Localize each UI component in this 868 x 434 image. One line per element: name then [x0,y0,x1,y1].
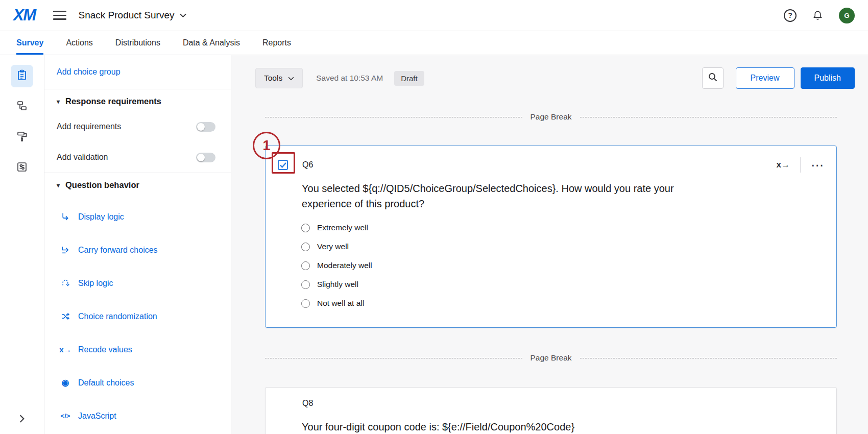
display-logic-icon [60,212,70,221]
choice-list: Extremely well Very well Moderately well [301,221,836,310]
clipboard-builder-icon [16,69,28,83]
choice-row: Slightly well [301,277,836,292]
sidebar-item-label: Carry forward choices [78,246,158,255]
choice-label[interactable]: Very well [317,242,349,251]
add-requirements-toggle[interactable] [196,122,215,132]
caret-down-icon: ▾ [57,99,60,105]
editor-body: Add choice group ▾ Response requirements… [0,55,868,434]
chevron-down-icon [180,11,186,20]
hamburger-menu-icon[interactable] [53,11,66,20]
saved-status-text: Saved at 10:53 AM [316,74,383,83]
radio-button[interactable] [301,299,310,308]
checkmark-icon [280,162,286,168]
choice-row: Very well [301,239,836,254]
paint-roller-icon [16,130,28,144]
section-question-behavior[interactable]: ▾ Question behavior [44,173,231,195]
survey-title-dropdown[interactable]: Snack Product Survey [79,10,187,21]
primary-nav-tabs: Survey Actions Distributions Data & Anal… [0,31,868,55]
radio-button[interactable] [301,243,310,251]
publish-button[interactable]: Publish [801,67,855,89]
preview-button[interactable]: Preview [736,67,794,89]
rail-item-survey-builder[interactable] [11,65,33,87]
help-icon[interactable]: ? [784,9,797,22]
toggle-knob [197,123,205,131]
tab-survey[interactable]: Survey [16,31,43,55]
sidebar-item-carry-forward-choices[interactable]: Carry forward choices [44,233,231,267]
chevron-down-icon [288,74,294,83]
xm-logo[interactable]: XM [13,6,36,25]
status-badge: Draft [394,71,424,86]
question-card-q6[interactable]: 1 Q6 x→ ⋯ You selected ${q://QID5/C [265,146,837,328]
tab-data-analysis[interactable]: Data & Analysis [183,31,240,55]
add-requirements-row: Add requirements [44,111,231,142]
question-header: Q8 [266,388,836,408]
header-actions: ? G [784,8,855,23]
sidebar-item-skip-logic[interactable]: Skip logic [44,267,231,300]
tab-distributions[interactable]: Distributions [115,31,160,55]
sidebar-item-display-logic[interactable]: Display logic [44,200,231,233]
tab-reports[interactable]: Reports [262,31,291,55]
sidebar-item-label: Choice randomization [78,312,157,321]
choice-row: Not well at all [301,296,836,310]
code-icon: </> [60,412,70,420]
rail-item-survey-options[interactable] [11,157,33,179]
choice-label[interactable]: Moderately well [317,261,372,270]
sidebar-item-label: Display logic [78,212,124,222]
radio-button[interactable] [301,261,310,270]
sidebar-item-label: Default choices [78,378,134,388]
survey-canvas: Tools Saved at 10:53 AM Draft Preview Pu… [231,55,868,434]
toggle-label: Add validation [57,153,108,162]
notifications-bell-icon[interactable] [812,10,824,21]
top-header: XM Snack Product Survey ? G [0,0,868,31]
toggle-knob [197,154,205,161]
divider [800,157,801,173]
sidebar-expand-chevron-icon[interactable] [18,415,26,425]
sidebar-item-label: Recode values [78,345,132,354]
avatar[interactable]: G [839,8,855,23]
sidebar-item-choice-randomization[interactable]: Choice randomization [44,300,231,333]
question-select-checkbox[interactable] [278,160,288,170]
question-text[interactable]: You selected ${q://QID5/ChoiceGroup/Sele… [302,181,705,211]
tools-label: Tools [264,74,282,83]
sidebar-item-label: Skip logic [78,279,113,288]
survey-flow-icon [16,100,28,114]
page-break-label: Page Break [531,112,572,122]
add-choice-group-link[interactable]: Add choice group [57,67,120,77]
tools-dropdown-button[interactable]: Tools [255,68,303,88]
add-validation-toggle[interactable] [196,153,215,162]
section-title: Response requirements [65,97,161,106]
recode-values-indicator-icon[interactable]: x→ [777,160,790,170]
search-icon [708,72,718,84]
section-response-requirements[interactable]: ▾ Response requirements [44,89,231,111]
sidebar-item-javascript[interactable]: </> JavaScript [44,399,231,432]
tab-actions[interactable]: Actions [66,31,92,55]
recode-values-icon: x→ [60,345,70,354]
left-icon-rail [0,55,44,434]
rail-item-survey-flow[interactable] [11,95,33,118]
sidebar-item-default-choices[interactable]: ◉ Default choices [44,366,231,399]
search-button[interactable] [702,67,724,89]
page-break: Page Break [265,112,837,122]
sidebar-item-recode-values[interactable]: x→ Recode values [44,333,231,366]
add-validation-row: Add validation [44,142,231,173]
caret-down-icon: ▾ [57,182,60,188]
question-list: Page Break 1 Q6 x→ ⋯ [265,112,837,434]
question-id: Q6 [302,160,313,170]
question-header-actions: x→ ⋯ [777,157,824,173]
choice-label[interactable]: Not well at all [317,299,364,308]
radio-button[interactable] [301,280,310,289]
more-options-icon[interactable]: ⋯ [811,162,824,167]
choice-label[interactable]: Slightly well [317,280,358,289]
question-card-q8[interactable]: Q8 Your four-digit coupon code is: ${e:/… [265,387,837,434]
question-header: Q6 x→ ⋯ [266,146,836,173]
canvas-toolbar: Tools Saved at 10:53 AM Draft Preview Pu… [255,67,855,89]
carry-forward-icon [60,246,70,254]
toolbar-actions: Preview Publish [702,67,855,89]
radio-button[interactable] [301,224,310,232]
question-behavior-links: Display logic Carry forward choices Skip… [44,200,231,432]
question-text[interactable]: Your four-digit coupon code is: ${e://Fi… [302,419,705,434]
question-edit-sidebar: Add choice group ▾ Response requirements… [44,55,231,434]
choice-label[interactable]: Extremely well [317,223,368,232]
rail-item-look-and-feel[interactable] [11,126,33,149]
question-id: Q8 [302,399,313,408]
